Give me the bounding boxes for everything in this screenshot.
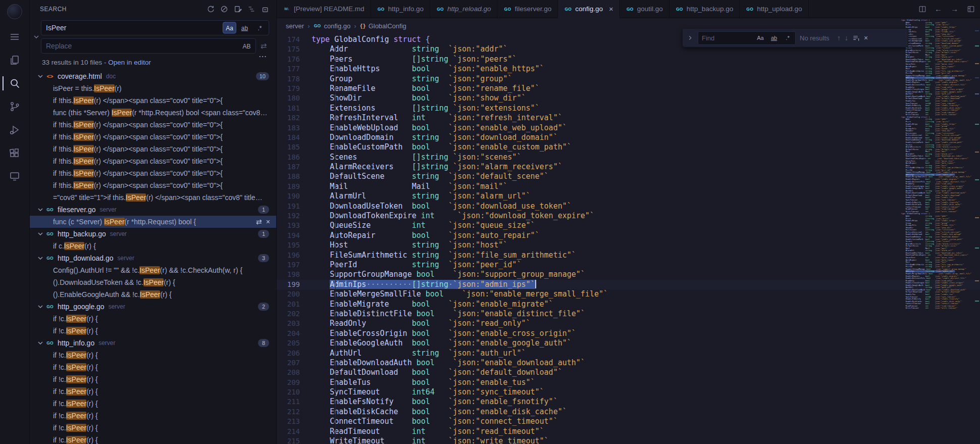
run-debug-icon[interactable] <box>3 118 27 141</box>
search-match-row[interactable]: if !this.IsPeer(r) </span><span class="c… <box>30 94 276 107</box>
breadcrumb-item[interactable]: GOconfig.go <box>313 22 350 30</box>
code-line[interactable]: 185 EnableCustomPath bool `json:"enable_… <box>277 142 980 152</box>
search-match-row[interactable]: func (c *Server) IsPeer(r *http.Request)… <box>30 216 276 228</box>
open-in-editor-link[interactable]: Open in editor <box>108 59 151 66</box>
editor-tab[interactable]: GOgoutil.go <box>620 0 669 18</box>
match-case-toggle[interactable]: Aa <box>223 22 236 34</box>
navigate-back-icon[interactable]: ← <box>934 5 943 13</box>
search-match-row[interactable]: if !this.IsPeer(r) </span><span class="c… <box>30 131 276 143</box>
code-line[interactable]: 184 DownloadDomain string `json:"downloa… <box>277 133 980 142</box>
search-match-row[interactable]: ().EnableGoogleAuth && !c.IsPeer(r) { <box>30 288 276 301</box>
search-match-row[interactable]: if !this.IsPeer(r) </span><span class="c… <box>30 143 276 155</box>
search-file-row[interactable]: GOhttp_info.goserver8 <box>30 337 276 349</box>
code-line[interactable]: 179 RenameFile bool `json:"rename_file"` <box>277 84 980 93</box>
breadcrumb-item[interactable]: {}GlobalConfig <box>360 22 406 30</box>
use-regex-toggle[interactable]: .* <box>253 22 267 34</box>
match-whole-word-toggle[interactable]: ab <box>238 22 251 34</box>
search-match-row[interactable]: if !c.IsPeer(r) { <box>30 410 276 422</box>
match-case-toggle[interactable]: Aa <box>754 33 766 43</box>
search-match-row[interactable]: Config().AuthUrl != "" && !c.IsPeer(r) &… <box>30 264 276 276</box>
navigate-forward-icon[interactable]: → <box>950 5 959 13</box>
code-line[interactable]: 180 ShowDir bool `json:"show_dir"` <box>277 93 980 103</box>
search-match-row[interactable]: if !c.IsPeer(r) { <box>30 422 276 434</box>
code-line[interactable]: 207 EnableDownloadAuth bool `json:"enabl… <box>277 358 980 368</box>
code-line[interactable]: 211 EnableFsNotify bool `json:"enable_fs… <box>277 397 980 407</box>
editor-tab[interactable]: GOhttp_upload.go <box>740 0 808 18</box>
overview-ruler[interactable] <box>973 18 980 444</box>
split-editor-icon[interactable] <box>918 5 926 13</box>
code-line[interactable]: 206 AuthUrl string `json:"auth_url"` <box>277 349 980 358</box>
chevron-down-icon[interactable] <box>36 339 45 347</box>
explorer-icon[interactable] <box>3 48 27 72</box>
search-file-row[interactable]: GOhttp_backup.goserver1 <box>30 228 276 240</box>
search-match-row[interactable]: if !this.IsPeer(r) </span><span class="c… <box>30 167 276 179</box>
next-match-icon[interactable]: ↓ <box>845 34 848 42</box>
search-match-row[interactable]: if !this.IsPeer(r) </span><span class="c… <box>30 119 276 131</box>
replace-icon[interactable]: ⇄ <box>256 218 262 226</box>
app-logo[interactable] <box>7 4 22 19</box>
code-line[interactable]: 203 ReadOnly bool `json:"read_only"` <box>277 319 980 328</box>
search-file-row[interactable]: GOhttp_download.goserver3 <box>30 252 276 264</box>
search-match-row[interactable]: if !c.IsPeer(r) { <box>30 373 276 385</box>
search-match-row[interactable]: if c.IsPeer(r) { <box>30 240 276 252</box>
search-match-row[interactable]: if !c.IsPeer(r) { <box>30 361 276 373</box>
toggle-replace-chevron-icon[interactable] <box>32 20 41 54</box>
editor-tab[interactable]: GOfileserver.go <box>497 0 558 18</box>
code-line[interactable]: 200 EnableMergeSmallFile bool `json:"ena… <box>277 289 980 299</box>
code-line[interactable]: 191 DownloadUseToken bool `json:"downloa… <box>277 202 980 211</box>
editor-tab[interactable]: GOhttp_info.go <box>371 0 431 18</box>
code-line[interactable]: 209 EnableTus bool `json:"enable_tus"` <box>277 378 980 387</box>
view-as-tree-icon[interactable] <box>247 5 255 14</box>
replace-all-icon[interactable]: ⇄ <box>258 39 269 53</box>
code-line[interactable]: 177 EnableHttps bool `json:"enable_https… <box>277 64 980 74</box>
search-match-row[interactable]: if !c.IsPeer(r) { <box>30 325 276 337</box>
toggle-replace-find-chevron-icon[interactable] <box>687 34 694 41</box>
code-line[interactable]: 186 Scenes []string `json:"scenes"` <box>277 153 980 162</box>
search-match-row[interactable]: if !c.IsPeer(r) { <box>30 313 276 325</box>
code-line[interactable]: 195 Host string `json:"host"` <box>277 240 980 250</box>
chevron-down-icon[interactable] <box>36 72 45 80</box>
code-line[interactable]: 190 AlarmUrl string `json:"alarm_url"` <box>277 191 980 201</box>
code-line[interactable]: 210 SyncTimeout int64 `json:"sync_timeou… <box>277 387 980 397</box>
remote-explorer-icon[interactable] <box>3 165 27 188</box>
code-line[interactable]: 198 SupportGroupManage bool `json:"suppo… <box>277 270 980 279</box>
code-line[interactable]: 212 EnableDiskCache bool `json:"enable_d… <box>277 407 980 417</box>
customize-layout-icon[interactable] <box>966 5 975 13</box>
replace-input[interactable] <box>41 38 256 54</box>
code-line[interactable]: 178 Group string `json:"group"` <box>277 74 980 84</box>
code-line[interactable]: 196 FileSumArithmetic string `json:"file… <box>277 251 980 260</box>
search-match-row[interactable]: ().DownloadUseToken && !c.IsPeer(r) { <box>30 276 276 288</box>
editor-tab[interactable]: GOhttp_backup.go <box>669 0 740 18</box>
code-line[interactable]: 199 AdminIps··········[]string·`json:"ad… <box>277 280 980 289</box>
code-line[interactable]: 192 DownloadTokenExpire int `json:"downl… <box>277 211 980 221</box>
search-file-row[interactable]: <>coverage.htmldoc10 <box>30 70 276 82</box>
chevron-down-icon[interactable] <box>36 303 45 311</box>
code-line[interactable]: 214 ReadTimeout int `json:"read_timeout"… <box>277 427 980 436</box>
find-in-selection-icon[interactable] <box>852 34 860 42</box>
code-line[interactable]: 208 DefaultDownload bool `json:"default_… <box>277 368 980 377</box>
editor-tab[interactable]: GOconfig.go× <box>558 0 620 18</box>
code-line[interactable]: 204 EnableCrossOrigin bool `json:"enable… <box>277 329 980 338</box>
editor-tab[interactable]: GOhttp_reload.go <box>430 0 497 18</box>
search-match-row[interactable]: isPeer = this.IsPeer(r) <box>30 82 276 94</box>
previous-match-icon[interactable]: ↑ <box>837 34 841 42</box>
search-icon[interactable] <box>3 72 27 95</box>
toggle-search-details-icon[interactable]: ⋯ <box>259 52 267 61</box>
code-line[interactable]: 194 AutoRepair bool `json:"auto_repair"` <box>277 231 980 240</box>
menu-icon[interactable] <box>3 25 27 48</box>
dismiss-icon[interactable]: × <box>266 218 270 226</box>
code-line[interactable]: 176 Peers []string `json:"peers"` <box>277 55 980 64</box>
open-new-search-editor-icon[interactable] <box>233 5 242 14</box>
clear-search-results-icon[interactable] <box>220 5 228 14</box>
refresh-icon[interactable] <box>206 5 215 14</box>
code-line[interactable]: 187 AlarmReceivers []string `json:"alarm… <box>277 162 980 172</box>
search-match-row[interactable]: if !c.IsPeer(r) { <box>30 434 276 444</box>
search-match-row[interactable]: func (this *Server) IsPeer(r *http.Reque… <box>30 107 276 119</box>
code-line[interactable]: 189 Mail Mail `json:"mail"` <box>277 182 980 191</box>
code-line[interactable]: 202 EnableDistinctFile bool `json:"enabl… <box>277 309 980 319</box>
close-icon[interactable]: × <box>609 5 613 13</box>
search-match-row[interactable]: ="cov8" title="1">if this.IsPeer(r) </sp… <box>30 191 276 204</box>
minimap[interactable]: type GlobalConfig struct { Addr string `… <box>901 19 973 332</box>
chevron-down-icon[interactable] <box>36 254 45 262</box>
search-match-row[interactable]: if !c.IsPeer(r) { <box>30 398 276 410</box>
